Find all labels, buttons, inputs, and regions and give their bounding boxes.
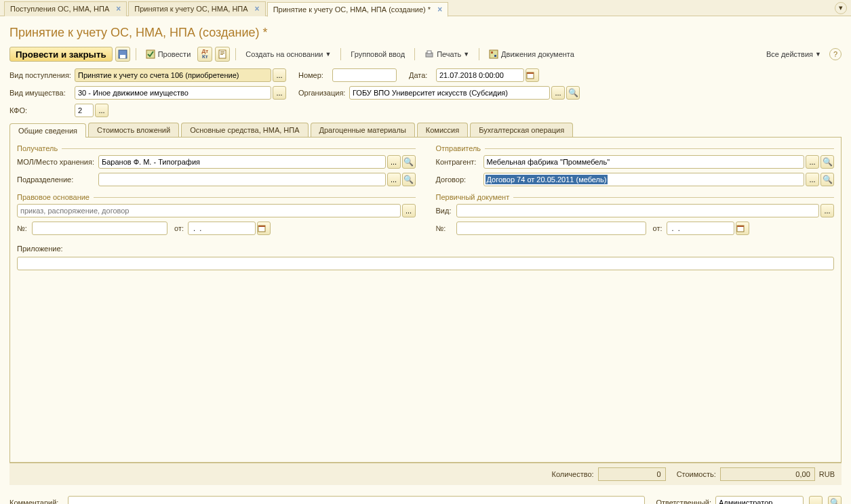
property-type-label: Вид имущества:: [9, 89, 75, 97]
receipt-type-select-button[interactable]: ...: [273, 68, 286, 82]
print-button[interactable]: Печать▼: [420, 47, 473, 62]
responsible-select-button[interactable]: ...: [809, 496, 823, 504]
receipt-type-input[interactable]: [75, 68, 271, 82]
dept-select-button[interactable]: ...: [387, 173, 401, 186]
svg-rect-17: [737, 226, 744, 227]
tab-acceptance-create[interactable]: Принятие к учету ОС, НМА, НПА (создание)…: [267, 2, 449, 17]
doc-from-input[interactable]: [667, 222, 734, 235]
legal-basis-input[interactable]: [17, 204, 401, 217]
cost-label: Стоимость:: [677, 470, 716, 478]
legal-num-input[interactable]: [32, 222, 167, 235]
tab-commission[interactable]: Комиссия: [417, 123, 468, 137]
legal-date-button[interactable]: [257, 222, 271, 235]
legal-num-label: №:: [17, 224, 32, 232]
legal-from-input[interactable]: [188, 222, 256, 235]
doc-from-label: от:: [653, 224, 667, 232]
property-type-select-button[interactable]: ...: [273, 86, 286, 100]
number-input[interactable]: [332, 68, 397, 82]
tab-fixed-assets[interactable]: Основные средства, НМА, НПА: [181, 123, 308, 137]
mol-select-button[interactable]: ...: [387, 155, 401, 169]
qty-value: 0: [598, 467, 666, 481]
qty-label: Количество:: [551, 470, 593, 478]
date-picker-button[interactable]: [526, 68, 539, 82]
org-lookup-button[interactable]: 🔍: [566, 86, 580, 100]
responsible-label: Ответственный:: [656, 499, 711, 504]
tab-panel: Получатель МОЛ/Место хранения: ... 🔍 Под…: [9, 138, 842, 463]
all-actions-button[interactable]: Все действия▼: [762, 47, 825, 62]
number-label: Номер:: [298, 71, 332, 79]
submit-button[interactable]: Провести: [142, 47, 195, 62]
counterparty-input[interactable]: [483, 155, 805, 169]
legal-group-title: Правовое основание: [17, 193, 416, 201]
svg-rect-9: [490, 50, 498, 58]
tab-acceptances[interactable]: Принятия к учету ОС, НМА, НПА ×: [128, 1, 265, 16]
dept-input[interactable]: [98, 173, 386, 186]
totals-bar: Количество: 0 Стоимость: 0,00 RUB: [9, 463, 842, 485]
svg-rect-15: [258, 226, 265, 227]
comment-label: Комментарий:: [9, 499, 64, 504]
sender-group-title: Отправитель: [436, 144, 835, 152]
kfo-select-button[interactable]: ...: [95, 104, 108, 117]
report-icon[interactable]: [215, 47, 230, 62]
svg-rect-8: [427, 51, 431, 54]
separator: [136, 48, 136, 60]
more-tabs-icon[interactable]: ▾: [835, 2, 847, 14]
doc-num-input[interactable]: [456, 222, 646, 235]
close-icon[interactable]: ×: [437, 5, 442, 14]
org-input[interactable]: [349, 86, 550, 100]
doc-type-input[interactable]: [456, 204, 820, 217]
save-icon[interactable]: [115, 47, 130, 62]
create-based-button[interactable]: Создать на основании▼: [241, 47, 335, 62]
responsible-input[interactable]: [715, 496, 804, 504]
contract-select-button[interactable]: ...: [806, 173, 819, 186]
date-input[interactable]: [436, 68, 524, 82]
tab-label: Принятия к учету ОС, НМА, НПА: [134, 5, 248, 13]
currency-label: RUB: [819, 470, 835, 478]
close-icon[interactable]: ×: [116, 4, 121, 14]
separator: [235, 48, 236, 60]
responsible-lookup-button[interactable]: 🔍: [828, 496, 842, 504]
tab-general[interactable]: Общие сведения: [9, 123, 86, 138]
org-select-button[interactable]: ...: [551, 86, 565, 100]
window-tabs: Поступления ОС, НМА, НПА × Принятия к уч…: [0, 0, 851, 16]
doc-date-button[interactable]: [736, 222, 749, 235]
toolbar: Провести и закрыть Провести ДтКт Создать…: [9, 47, 842, 62]
group-input-button[interactable]: Групповой ввод: [347, 47, 409, 62]
receipt-type-label: Вид поступления:: [9, 71, 75, 79]
doc-type-select-button[interactable]: ...: [820, 204, 834, 217]
counterparty-select-button[interactable]: ...: [806, 155, 819, 169]
separator: [479, 48, 479, 60]
svg-rect-11: [494, 55, 496, 57]
movements-button[interactable]: Движения документа: [485, 47, 578, 62]
property-type-input[interactable]: [75, 86, 271, 100]
dept-label: Подразделение:: [17, 175, 98, 184]
kfo-input[interactable]: [75, 104, 94, 117]
legal-from-label: от:: [174, 224, 188, 232]
tab-investment-cost[interactable]: Стоимость вложений: [88, 123, 179, 137]
contract-lookup-button[interactable]: 🔍: [820, 173, 834, 186]
contract-label: Договор:: [436, 175, 483, 184]
attachment-label: Приложение:: [17, 245, 66, 253]
counterparty-label: Контрагент:: [436, 158, 483, 166]
counterparty-lookup-button[interactable]: 🔍: [820, 155, 834, 169]
mol-lookup-button[interactable]: 🔍: [402, 155, 416, 169]
kfo-label: КФО:: [9, 106, 75, 114]
tab-precious[interactable]: Драгоценные материалы: [311, 123, 415, 137]
contract-input[interactable]: Договор 74 от 20.05.2011 (мебель): [486, 175, 608, 184]
mol-input[interactable]: [98, 155, 386, 169]
close-icon[interactable]: ×: [255, 4, 260, 14]
svg-rect-6: [220, 54, 223, 55]
tab-accounting-op[interactable]: Бухгалтерская операция: [470, 123, 573, 137]
dept-lookup-button[interactable]: 🔍: [402, 173, 416, 186]
separator: [414, 48, 415, 60]
svg-rect-10: [491, 51, 493, 54]
submit-and-close-button[interactable]: Провести и закрыть: [9, 47, 113, 62]
tab-receipts[interactable]: Поступления ОС, НМА, НПА ×: [4, 1, 127, 16]
comment-input[interactable]: [68, 496, 645, 504]
help-icon[interactable]: ?: [829, 48, 842, 60]
attachment-input[interactable]: [17, 257, 834, 270]
legal-select-button[interactable]: ...: [402, 204, 416, 217]
dtkt-icon[interactable]: ДтКт: [197, 47, 212, 62]
tab-label: Принятие к учету ОС, НМА, НПА (создание)…: [273, 5, 431, 14]
org-label: Организация:: [298, 89, 349, 97]
